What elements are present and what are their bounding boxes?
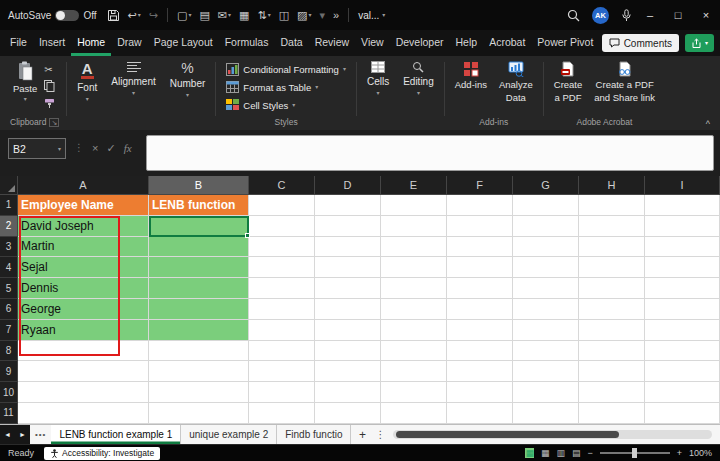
format-as-table-button[interactable]: Format as Table ▾ (223, 78, 349, 96)
cell-D4[interactable] (315, 257, 381, 278)
ribbon-tab-insert[interactable]: Insert (33, 30, 71, 56)
cell-A9[interactable] (18, 361, 149, 382)
cell-H3[interactable] (579, 237, 645, 258)
cell-A5[interactable]: Dennis (18, 278, 149, 299)
cell-D10[interactable] (315, 382, 381, 403)
ribbon-tab-help[interactable]: Help (450, 30, 484, 56)
page-layout-view-icon[interactable]: ▥ (556, 448, 565, 458)
cell-C9[interactable] (249, 361, 315, 382)
cell-B7[interactable] (149, 320, 249, 341)
column-header-C[interactable]: C (249, 176, 315, 195)
cell-A10[interactable] (18, 382, 149, 403)
ribbon-tab-review[interactable]: Review (309, 30, 355, 56)
cell-styles-button[interactable]: Cell Styles ▾ (223, 96, 349, 114)
accessibility-button[interactable]: Accessibility: Investigate (44, 447, 160, 460)
ribbon-tab-formulas[interactable]: Formulas (219, 30, 275, 56)
undo-button[interactable]: ↩▾ (128, 9, 141, 22)
cell-F1[interactable] (447, 195, 513, 216)
insert-function-button[interactable]: fx (124, 142, 132, 154)
ribbon-tab-page-layout[interactable]: Page Layout (148, 30, 219, 56)
row-header-11[interactable]: 11 (0, 403, 18, 424)
copy-button[interactable] (44, 79, 55, 93)
number-group-button[interactable]: % Number ▾ (163, 56, 213, 130)
paste-button[interactable]: Paste ▾ (10, 60, 40, 110)
qat-email-button[interactable]: ✉▾ (218, 9, 231, 22)
column-header-D[interactable]: D (315, 176, 381, 195)
name-box[interactable]: B2 ▾ (8, 138, 66, 159)
cell-H1[interactable] (579, 195, 645, 216)
cell-B6[interactable] (149, 299, 249, 320)
cell-E2[interactable] (381, 216, 447, 237)
avatar[interactable]: AK (592, 7, 609, 24)
row-header-5[interactable]: 5 (0, 278, 18, 299)
fill-handle[interactable] (245, 233, 250, 238)
cell-A11[interactable] (18, 403, 149, 424)
cell-H2[interactable] (579, 216, 645, 237)
column-header-B[interactable]: B (149, 176, 249, 195)
cell-B11[interactable] (149, 403, 249, 424)
cell-E6[interactable] (381, 299, 447, 320)
alignment-group-button[interactable]: Alignment ▾ (104, 56, 162, 130)
cell-I3[interactable] (645, 237, 720, 258)
cell-E8[interactable] (381, 341, 447, 362)
cell-F2[interactable] (447, 216, 513, 237)
formula-input[interactable] (146, 135, 714, 171)
close-button[interactable]: × (692, 0, 720, 30)
cell-B4[interactable] (149, 257, 249, 278)
qat-print-button[interactable]: ▦ (239, 9, 249, 22)
cell-H4[interactable] (579, 257, 645, 278)
cell-I9[interactable] (645, 361, 720, 382)
cell-B5[interactable] (149, 278, 249, 299)
page-break-view-icon[interactable]: ▤ (572, 448, 581, 458)
ribbon-tab-draw[interactable]: Draw (111, 30, 148, 56)
cell-E1[interactable] (381, 195, 447, 216)
sheet-tab-findb-function[interactable]: Findb functio (277, 425, 351, 444)
cell-B1[interactable]: LENB function (149, 195, 249, 216)
cell-H10[interactable] (579, 382, 645, 403)
qat-overflow-button[interactable]: » (333, 9, 339, 21)
column-header-F[interactable]: F (447, 176, 513, 195)
more-commands-button[interactable]: ▾ (320, 9, 326, 22)
row-header-9[interactable]: 9 (0, 361, 18, 382)
font-group-button[interactable]: A Font ▾ (70, 56, 104, 130)
sheet-nav-left-button[interactable]: ◄ (0, 425, 15, 444)
editing-group-button[interactable]: Editing ▾ (396, 56, 441, 130)
cell-A8[interactable] (18, 341, 149, 362)
cell-G2[interactable] (513, 216, 579, 237)
cell-D3[interactable] (315, 237, 381, 258)
cell-H7[interactable] (579, 320, 645, 341)
zoom-level[interactable]: 100% (689, 448, 712, 458)
cell-G3[interactable] (513, 237, 579, 258)
sheet-view-icon[interactable]: ▦ (525, 448, 534, 458)
cell-C2[interactable] (249, 216, 315, 237)
cell-A3[interactable]: Martin (18, 237, 149, 258)
cell-B3[interactable] (149, 237, 249, 258)
cell-F9[interactable] (447, 361, 513, 382)
column-header-G[interactable]: G (513, 176, 579, 195)
cell-H6[interactable] (579, 299, 645, 320)
cell-G8[interactable] (513, 341, 579, 362)
cell-D2[interactable] (315, 216, 381, 237)
cell-E5[interactable] (381, 278, 447, 299)
cell-B9[interactable] (149, 361, 249, 382)
qat-open-button[interactable]: ▤ (199, 9, 209, 22)
cells-group-button[interactable]: Cells ▾ (360, 56, 396, 130)
row-header-8[interactable]: 8 (0, 341, 18, 362)
cell-C7[interactable] (249, 320, 315, 341)
ribbon-tab-data[interactable]: Data (274, 30, 308, 56)
ribbon-tab-developer[interactable]: Developer (390, 30, 450, 56)
sheet-list-ellipsis[interactable]: ••• (35, 430, 46, 439)
zoom-in-button[interactable]: + (677, 448, 682, 458)
cell-B8[interactable] (149, 341, 249, 362)
row-header-4[interactable]: 4 (0, 257, 18, 278)
search-button[interactable] (567, 9, 580, 22)
minimize-button[interactable]: – (636, 0, 664, 30)
column-header-I[interactable]: I (645, 176, 720, 195)
cell-C3[interactable] (249, 237, 315, 258)
cell-G10[interactable] (513, 382, 579, 403)
cell-F11[interactable] (447, 403, 513, 424)
redo-button[interactable]: ↪ (149, 9, 158, 22)
column-header-H[interactable]: H (579, 176, 645, 195)
cell-F5[interactable] (447, 278, 513, 299)
cell-C11[interactable] (249, 403, 315, 424)
